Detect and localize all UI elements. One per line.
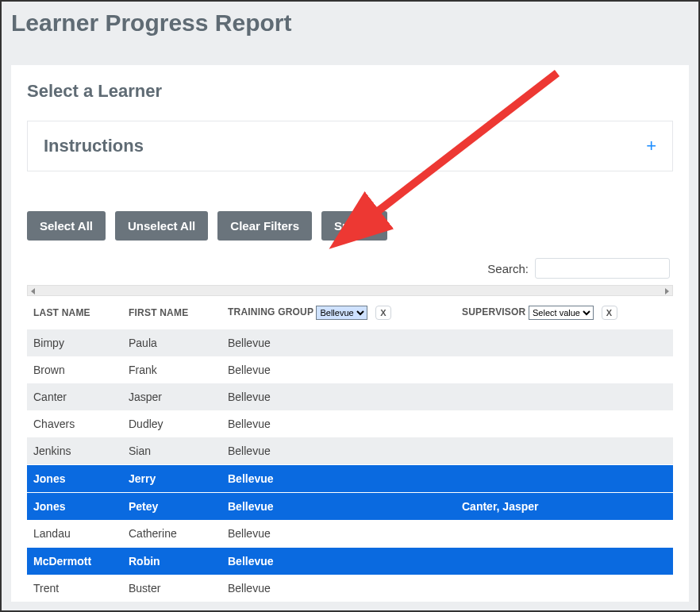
col-supervisor: SUPERVISOR Select value X (456, 298, 673, 329)
cell-first-name: Jasper (122, 383, 221, 410)
table-row[interactable]: TrentBusterBellevue (27, 575, 673, 602)
cell-supervisor (456, 465, 673, 493)
cell-supervisor (456, 383, 673, 410)
cell-last-name: Chavers (27, 410, 122, 437)
cell-training-group: Bellevue (221, 493, 456, 521)
instructions-accordion[interactable]: Instructions + (27, 121, 673, 171)
training-group-clear-button[interactable]: X (375, 306, 391, 320)
cell-first-name: Frank (122, 356, 221, 383)
cell-first-name: Petey (122, 493, 221, 521)
cell-first-name: Jerry (122, 465, 221, 493)
supervisor-filter[interactable]: Select value (529, 306, 594, 320)
cell-supervisor (456, 356, 673, 383)
table-row[interactable]: McDermottRobinBellevue (27, 548, 673, 575)
cell-training-group: Bellevue (221, 356, 456, 383)
cell-training-group: Bellevue (221, 410, 456, 437)
cell-supervisor (456, 329, 673, 356)
cell-last-name: Jones (27, 493, 122, 521)
panel-title: Select a Learner (27, 81, 673, 102)
supervisor-clear-button[interactable]: X (602, 306, 617, 320)
cell-first-name: Paula (122, 329, 221, 356)
expand-icon[interactable]: + (646, 137, 656, 155)
table-row[interactable]: CanterJasperBellevue (27, 383, 673, 410)
cell-first-name: Robin (122, 548, 221, 575)
page-title: Learner Progress Report (2, 2, 698, 51)
cell-training-group: Bellevue (221, 329, 456, 356)
cell-supervisor (456, 437, 673, 465)
cell-training-group: Bellevue (221, 575, 456, 602)
clear-filters-button[interactable]: Clear Filters (217, 211, 312, 241)
table-row[interactable]: BrownFrankBellevue (27, 356, 673, 383)
cell-supervisor (456, 520, 673, 548)
table-header-row: LAST NAME FIRST NAME TRAINING GROUP Bell… (27, 298, 673, 329)
unselect-all-button[interactable]: Unselect All (115, 211, 208, 241)
cell-training-group: Bellevue (221, 465, 456, 493)
training-group-header-text[interactable]: TRAINING GROUP (228, 306, 313, 318)
col-last-name[interactable]: LAST NAME (27, 298, 122, 329)
search-row: Search: (27, 258, 673, 279)
cell-supervisor: Canter, Jasper (456, 493, 673, 521)
horizontal-scrollbar[interactable] (27, 285, 673, 296)
training-group-filter[interactable]: Bellevue (316, 306, 367, 320)
search-input[interactable] (535, 258, 670, 279)
table-row[interactable]: JenkinsSianBellevue (27, 437, 673, 465)
select-learner-panel: Select a Learner Instructions + Select A… (11, 65, 689, 602)
search-label: Search: (487, 262, 529, 275)
cell-last-name: Brown (27, 356, 122, 383)
instructions-label: Instructions (44, 136, 144, 156)
learners-table: LAST NAME FIRST NAME TRAINING GROUP Bell… (27, 298, 673, 602)
cell-supervisor (456, 410, 673, 437)
table-row[interactable]: ChaversDudleyBellevue (27, 410, 673, 437)
cell-last-name: McDermott (27, 548, 122, 575)
supervisor-header-text[interactable]: SUPERVISOR (462, 306, 525, 318)
table-row[interactable]: BimpyPaulaBellevue (27, 329, 673, 356)
table-row[interactable]: LandauCatherineBellevue (27, 520, 673, 548)
cell-last-name: Landau (27, 520, 122, 548)
action-button-row: Select All Unselect All Clear Filters Su… (27, 211, 673, 241)
cell-training-group: Bellevue (221, 383, 456, 410)
table-row[interactable]: JonesPeteyBellevueCanter, Jasper (27, 493, 673, 521)
cell-last-name: Canter (27, 383, 122, 410)
table-row[interactable]: JonesJerryBellevue (27, 465, 673, 493)
cell-first-name: Buster (122, 575, 221, 602)
cell-last-name: Jones (27, 465, 122, 493)
cell-last-name: Bimpy (27, 329, 122, 356)
cell-first-name: Catherine (122, 520, 221, 548)
cell-training-group: Bellevue (221, 548, 456, 575)
cell-training-group: Bellevue (221, 437, 456, 465)
cell-last-name: Trent (27, 575, 122, 602)
select-all-button[interactable]: Select All (27, 211, 106, 241)
cell-supervisor (456, 575, 673, 602)
cell-first-name: Sian (122, 437, 221, 465)
cell-training-group: Bellevue (221, 520, 456, 548)
submit-button[interactable]: Submit (321, 211, 387, 241)
cell-last-name: Jenkins (27, 437, 122, 465)
cell-supervisor (456, 548, 673, 575)
col-training-group: TRAINING GROUP Bellevue X (221, 298, 456, 329)
table-body: BimpyPaulaBellevueBrownFrankBellevueCant… (27, 329, 673, 602)
cell-first-name: Dudley (122, 410, 221, 437)
col-first-name[interactable]: FIRST NAME (122, 298, 221, 329)
app-frame: Learner Progress Report Select a Learner… (0, 0, 700, 612)
